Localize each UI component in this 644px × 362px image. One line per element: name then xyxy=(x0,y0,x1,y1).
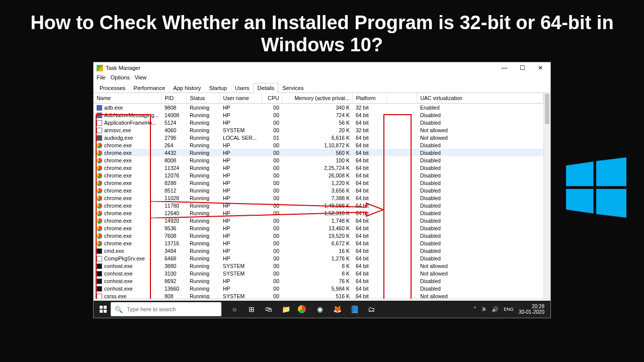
table-row[interactable]: chrome.exe12076RunningHP0026,008 K64 bit… xyxy=(94,171,543,179)
taskbar: 🔍 Type here to search ○ ⊞ 🛍 📁 ◉ 🦊 📘 🗂 ˄ … xyxy=(94,301,550,318)
process-icon xyxy=(97,113,102,118)
table-row[interactable]: ApplicationFrameHo...5124RunningHP0056 K… xyxy=(94,119,543,126)
col-platform[interactable]: Platform xyxy=(353,93,387,104)
cell-pid: 3100 xyxy=(162,269,187,277)
col-pid[interactable]: PID xyxy=(162,93,187,104)
volume-icon[interactable]: 🔊 xyxy=(492,306,499,313)
cell-uac: Not allowed xyxy=(417,126,543,134)
tab-processes[interactable]: Processes xyxy=(96,83,129,93)
cell-spacer xyxy=(387,134,417,141)
col-uac[interactable]: UAC virtualization xyxy=(417,93,543,104)
table-row[interactable]: armsvc.exe4060RunningSYSTEM0020 K32 bitN… xyxy=(94,126,543,134)
cell-memory: 7,388 K xyxy=(282,194,353,202)
tab-services[interactable]: Services xyxy=(278,83,307,93)
taskbar-clock[interactable]: 20:28 30-01-2020 xyxy=(519,304,544,315)
menu-view[interactable]: View xyxy=(135,74,147,80)
cortana-icon[interactable]: ○ xyxy=(228,303,240,315)
cell-uac: Disabled xyxy=(417,247,543,254)
col-user[interactable]: User name xyxy=(220,93,262,104)
cell-spacer xyxy=(387,202,417,209)
process-icon xyxy=(97,173,102,178)
app-icon-1[interactable]: ◉ xyxy=(314,303,326,315)
cell-name: conhost.exe xyxy=(94,277,162,285)
table-row[interactable]: chrome.exe8512RunningHP003,656 K64 bitDi… xyxy=(94,187,543,194)
wifi-icon[interactable]: ⚞ xyxy=(481,306,487,313)
tab-performance[interactable]: Performance xyxy=(129,83,169,93)
cell-status: Running xyxy=(187,119,220,126)
start-button[interactable] xyxy=(96,302,111,317)
table-row[interactable]: chrome.exe264RunningHP001,10,872 K64 bit… xyxy=(94,141,543,149)
chrome-taskbar-icon[interactable] xyxy=(297,303,309,315)
table-row[interactable]: CompPkgSrv.exe6468RunningHP001,276 K64 b… xyxy=(94,254,543,262)
cell-user: SYSTEM xyxy=(220,292,262,299)
tab-users[interactable]: Users xyxy=(231,83,254,93)
cell-user: HP xyxy=(220,104,262,112)
table-row[interactable]: chrome.exe11028RunningHP007,388 K64 bitD… xyxy=(94,194,543,202)
table-row[interactable]: chrome.exe4432RunningHP00560 K64 bitDisa… xyxy=(94,149,543,156)
titlebar[interactable]: Task Manager — ☐ ✕ xyxy=(94,62,550,73)
windows-logo-icon xyxy=(566,157,626,218)
cell-memory: 26,008 K xyxy=(282,171,353,179)
cell-spacer xyxy=(387,104,417,112)
process-icon xyxy=(97,120,102,126)
cell-name: adb.exe xyxy=(94,104,162,112)
cell-platform: 64 bit xyxy=(353,156,387,164)
menu-file[interactable]: File xyxy=(97,74,106,80)
table-row[interactable]: chrome.exe8008RunningHP00100 K64 bitDisa… xyxy=(94,156,543,164)
table-row[interactable]: conhost.exe3880RunningSYSTEM008 K64 bitN… xyxy=(94,262,543,269)
process-icon xyxy=(97,263,102,269)
table-row[interactable]: chrome.exe14920RunningHP001,748 K64 bitD… xyxy=(94,217,543,224)
app-icon-3[interactable]: 🗂 xyxy=(365,303,377,315)
language-icon[interactable]: ENG xyxy=(504,307,514,312)
minimize-button[interactable]: — xyxy=(495,62,513,73)
process-table-container: Name PID Status User name CPU Memory (ac… xyxy=(94,93,550,299)
table-row[interactable]: chrome.exe8288RunningHP001,220 K64 bitDi… xyxy=(94,179,543,187)
table-row[interactable]: AdbNativeMessaging...14008RunningHP00724… xyxy=(94,111,543,119)
cell-user: HP xyxy=(220,111,262,119)
table-row[interactable]: chrome.exe9536RunningHP0013,460 K64 bitD… xyxy=(94,224,543,232)
table-row[interactable]: audiodg.exe2796RunningLOCAL SER...016,61… xyxy=(94,134,543,141)
close-button[interactable]: ✕ xyxy=(531,62,549,73)
cell-pid: 12076 xyxy=(162,171,187,179)
col-name[interactable]: Name xyxy=(94,93,162,104)
tab-details[interactable]: Details xyxy=(254,83,279,93)
table-row[interactable]: conhost.exe8692RunningHP0076 K64 bitDisa… xyxy=(94,277,543,285)
tray-chevron-icon[interactable]: ˄ xyxy=(473,306,476,313)
table-row[interactable]: chrome.exe12640RunningHP001,52,316 K64 b… xyxy=(94,209,543,217)
cell-user: HP xyxy=(220,194,262,202)
cell-memory: 13,460 K xyxy=(282,224,353,232)
firefox-icon[interactable]: 🦊 xyxy=(331,303,343,315)
table-row[interactable]: conhost.exe3100RunningSYSTEM008 K64 bitN… xyxy=(94,269,543,277)
cell-cpu: 00 xyxy=(262,239,282,247)
cell-uac: Disabled xyxy=(417,156,543,164)
col-cpu[interactable]: CPU xyxy=(262,93,282,104)
table-row[interactable]: adb.exe9808RunningHP00340 K32 bitEnabled xyxy=(94,104,543,112)
cell-status: Running xyxy=(187,247,220,254)
table-row[interactable]: cmd.exe3484RunningHP0016 K64 bitDisabled xyxy=(94,247,543,254)
scrollbar[interactable] xyxy=(543,93,550,299)
table-row[interactable]: csrss.exe808RunningSYSTEM00516 K64 bitNo… xyxy=(94,292,543,299)
store-icon[interactable]: 🛍 xyxy=(263,303,275,315)
cell-uac: Disabled xyxy=(417,111,543,119)
cell-cpu: 00 xyxy=(262,149,282,156)
col-status[interactable]: Status xyxy=(187,93,220,104)
cell-memory: 340 K xyxy=(282,104,353,112)
table-row[interactable]: chrome.exe13716RunningHP006,672 K64 bitD… xyxy=(94,239,543,247)
table-row[interactable]: chrome.exe11780RunningHP001,48,088 K64 b… xyxy=(94,202,543,209)
scrollbar-thumb[interactable] xyxy=(545,94,549,124)
task-view-icon[interactable]: ⊞ xyxy=(246,303,258,315)
table-row[interactable]: chrome.exe11324RunningHP002,25,724 K64 b… xyxy=(94,164,543,171)
cell-status: Running xyxy=(187,111,220,119)
cell-platform: 64 bit xyxy=(353,171,387,179)
tab-app-history[interactable]: App history xyxy=(169,83,205,93)
table-row[interactable]: conhost.exe13660RunningHP005,984 K64 bit… xyxy=(94,285,543,292)
maximize-button[interactable]: ☐ xyxy=(513,62,531,73)
menu-options[interactable]: Options xyxy=(111,74,130,80)
file-explorer-icon[interactable]: 📁 xyxy=(280,303,292,315)
col-memory[interactable]: Memory (active privat... xyxy=(282,93,353,104)
taskbar-search[interactable]: 🔍 Type here to search xyxy=(111,302,221,316)
tab-startup[interactable]: Startup xyxy=(205,83,230,93)
table-row[interactable]: chrome.exe7608RunningHP0019,520 K64 bitD… xyxy=(94,232,543,239)
cell-name: chrome.exe xyxy=(94,202,162,209)
app-icon-2[interactable]: 📘 xyxy=(348,303,360,315)
